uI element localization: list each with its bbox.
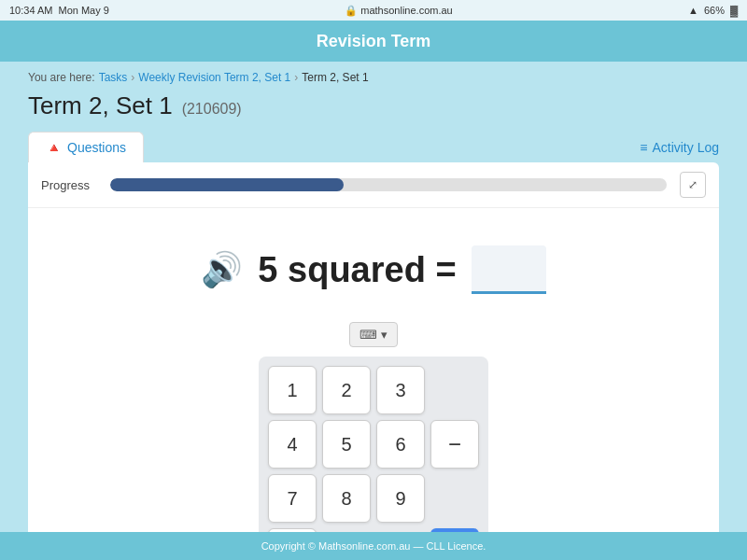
answer-input[interactable] (472, 245, 546, 294)
nav-title: Revision Term (317, 32, 431, 51)
question-text: 5 squared = (258, 250, 456, 290)
tab-questions[interactable]: 🔺 Questions (28, 132, 144, 162)
battery-icon: ▓ (730, 5, 738, 16)
main-content: You are here: Tasks › Weekly Revision Te… (0, 62, 747, 560)
speaker-icon[interactable]: 🔊 (201, 250, 243, 289)
numpad-3[interactable]: 3 (376, 366, 425, 414)
footer: Copyright © Mathsonline.com.au — CLL Lic… (0, 532, 747, 560)
tab-questions-label: Questions (67, 140, 126, 155)
keyboard-icon: ⌨ (359, 328, 377, 342)
numpad-2[interactable]: 2 (322, 366, 371, 414)
time-display: 10:34 AM (9, 5, 52, 16)
breadcrumb-sep-2: › (294, 71, 298, 84)
expand-button[interactable]: ⤢ (680, 172, 706, 198)
questions-icon: 🔺 (46, 140, 62, 155)
keyboard-toggle-arrow: ▾ (381, 328, 388, 342)
progress-fill (110, 178, 344, 191)
numpad-empty-2 (430, 474, 479, 523)
numpad-9[interactable]: 9 (376, 474, 425, 523)
status-bar: 10:34 AM Mon May 9 🔒 mathsonline.com.au … (0, 0, 747, 21)
list-icon: ≡ (640, 140, 647, 155)
numpad-empty-1 (430, 366, 479, 414)
lock-icon: 🔒 (345, 5, 358, 16)
numpad-7[interactable]: 7 (268, 474, 317, 523)
you-are-here-label: You are here: (28, 71, 95, 84)
url-display: mathsonline.com.au (360, 5, 452, 16)
activity-log-label: Activity Log (652, 140, 719, 155)
page-title-row: Term 2, Set 1 (210609) (28, 91, 719, 120)
progress-track (110, 178, 667, 191)
breadcrumb-sep-1: › (131, 71, 134, 84)
wifi-icon: ▲ (688, 5, 698, 16)
progress-label: Progress (41, 178, 97, 192)
numpad: 1 2 3 4 5 6 − 7 8 9 0 Submit (259, 357, 488, 560)
page-title-id: (210609) (182, 101, 242, 118)
breadcrumb: You are here: Tasks › Weekly Revision Te… (28, 71, 719, 84)
breadcrumb-tasks[interactable]: Tasks (99, 71, 128, 84)
battery-display: 66% (704, 5, 725, 16)
numpad-minus[interactable]: − (430, 420, 479, 469)
question-area: 🔊 5 squared = (28, 208, 719, 313)
numpad-6[interactable]: 6 (376, 420, 425, 469)
numpad-1[interactable]: 1 (268, 366, 317, 414)
breadcrumb-current: Term 2, Set 1 (302, 71, 368, 84)
numpad-5[interactable]: 5 (322, 420, 371, 469)
numpad-8[interactable]: 8 (322, 474, 371, 523)
top-nav: Revision Term (0, 21, 747, 62)
numpad-4[interactable]: 4 (268, 420, 317, 469)
activity-log-link[interactable]: ≡ Activity Log (640, 140, 719, 155)
keyboard-toggle-button[interactable]: ⌨ ▾ (349, 322, 398, 347)
page-title: Term 2, Set 1 (28, 91, 173, 120)
breadcrumb-weekly-revision[interactable]: Weekly Revision Term 2, Set 1 (138, 71, 290, 84)
content-panel: Progress ⤢ 🔊 5 squared = ⌨ ▾ 1 2 3 (28, 162, 719, 560)
tab-bar: 🔺 Questions ≡ Activity Log (28, 132, 719, 162)
progress-row: Progress ⤢ (28, 162, 719, 208)
keyboard-area: ⌨ ▾ 1 2 3 4 5 6 − 7 8 9 0 (28, 313, 719, 560)
day-display: Mon May 9 (58, 5, 108, 16)
copyright-text: Copyright © Mathsonline.com.au — CLL Lic… (261, 540, 486, 552)
